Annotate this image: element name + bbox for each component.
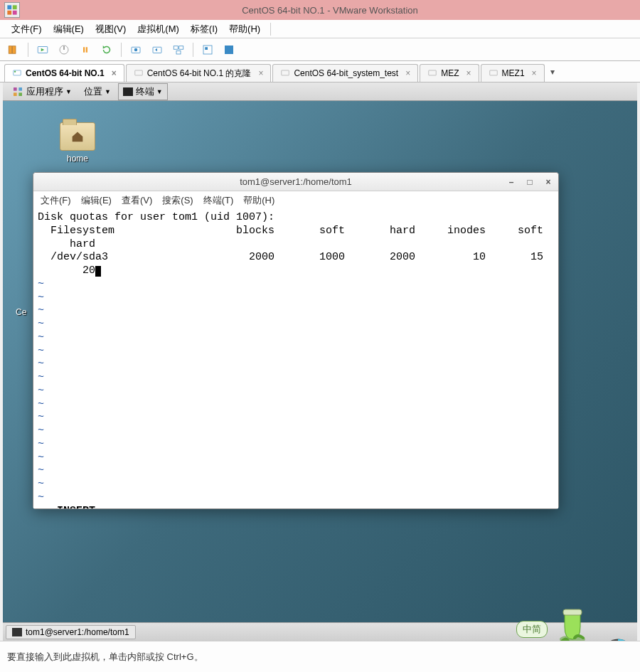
term-menu-search[interactable]: 搜索(S) bbox=[162, 194, 193, 207]
guest-viewport[interactable]: 应用程序▼ 位置▼ 终端▼ home Ce tom1@server1:/home… bbox=[3, 82, 637, 641]
vm-off-icon bbox=[489, 68, 498, 78]
svg-rect-25 bbox=[282, 70, 289, 75]
separator bbox=[121, 43, 122, 57]
vm-on-icon bbox=[12, 68, 22, 78]
menu-edit[interactable]: 编辑(E) bbox=[49, 21, 88, 38]
places-label: 位置 bbox=[84, 85, 102, 98]
term-menu-edit[interactable]: 编辑(E) bbox=[81, 194, 112, 207]
svg-rect-16 bbox=[174, 46, 178, 49]
guest-desktop[interactable]: home Ce tom1@server1:/home/tom1 – □ × 文件… bbox=[3, 101, 637, 622]
terminal-body[interactable]: Disk quotas for user tom1 (uid 1007): Fi… bbox=[33, 210, 558, 508]
close-icon[interactable]: × bbox=[543, 176, 554, 188]
running-terminal-label: 终端 bbox=[136, 85, 154, 98]
term-menu-file[interactable]: 文件(F) bbox=[41, 194, 71, 207]
term-tilde: ~ bbox=[38, 491, 44, 503]
app-icon bbox=[4, 2, 20, 18]
running-terminal-button[interactable]: 终端▼ bbox=[118, 83, 168, 100]
tab-vm-2[interactable]: CentOS 64-bit_system_test × bbox=[272, 64, 418, 82]
term-tilde: ~ bbox=[38, 358, 44, 370]
tab-vm-1[interactable]: CentOS 64-bit NO.1 的克隆 × bbox=[126, 64, 272, 82]
term-tilde: ~ bbox=[38, 371, 44, 383]
separator bbox=[270, 23, 271, 36]
svg-rect-4 bbox=[9, 46, 12, 53]
tab-vm-3[interactable]: MEZ × bbox=[420, 64, 479, 82]
apps-menu[interactable]: 应用程序▼ bbox=[7, 83, 77, 100]
term-tilde: ~ bbox=[38, 438, 44, 450]
minimize-icon[interactable]: – bbox=[506, 176, 517, 188]
terminal-menubar: 文件(F) 编辑(E) 查看(V) 搜索(S) 终端(T) 帮助(H) bbox=[33, 191, 558, 210]
svg-rect-11 bbox=[86, 47, 87, 53]
separator bbox=[28, 43, 28, 57]
guest-topbar: 应用程序▼ 位置▼ 终端▼ bbox=[3, 82, 637, 101]
menu-view[interactable]: 视图(V) bbox=[91, 21, 130, 38]
svg-rect-24 bbox=[134, 70, 142, 75]
tab-bar: CentOS 64-bit NO.1 × CentOS 64-bit NO.1 … bbox=[0, 61, 640, 82]
menu-tabs[interactable]: 标签(I) bbox=[186, 21, 222, 38]
tab-label: MEZ bbox=[441, 68, 459, 78]
suspend-icon[interactable] bbox=[76, 41, 95, 58]
term-tilde: ~ bbox=[38, 464, 44, 476]
term-tilde: ~ bbox=[38, 385, 44, 397]
tab-label: CentOS 64-bit_system_test bbox=[294, 68, 398, 78]
tab-close-icon[interactable]: × bbox=[258, 68, 263, 78]
terminal-titlebar[interactable]: tom1@server1:/home/tom1 – □ × bbox=[33, 173, 558, 191]
text-cursor bbox=[95, 266, 101, 277]
power-off-icon[interactable] bbox=[55, 41, 73, 58]
svg-rect-0 bbox=[7, 5, 11, 9]
svg-rect-17 bbox=[179, 46, 183, 49]
term-tilde: ~ bbox=[38, 318, 44, 330]
window-title: CentOS 64-bit NO.1 - VMware Workstation bbox=[20, 5, 640, 16]
svg-point-23 bbox=[14, 71, 16, 73]
term-tilde: ~ bbox=[38, 292, 44, 304]
fullscreen-icon[interactable] bbox=[220, 41, 238, 58]
term-tilde: ~ bbox=[38, 331, 44, 343]
unity-icon[interactable] bbox=[198, 41, 217, 58]
vm-off-icon bbox=[280, 68, 290, 78]
library-icon[interactable] bbox=[4, 41, 23, 58]
menu-file[interactable]: 文件(F) bbox=[7, 21, 46, 38]
term-tilde: ~ bbox=[38, 478, 44, 490]
host-menubar: 文件(F) 编辑(E) 视图(V) 虚拟机(M) 标签(I) 帮助(H) bbox=[0, 20, 640, 38]
snapshot-icon[interactable] bbox=[127, 41, 145, 58]
places-menu[interactable]: 位置▼ bbox=[79, 83, 116, 100]
menu-vm[interactable]: 虚拟机(M) bbox=[133, 21, 183, 38]
snapshot-revert-icon[interactable] bbox=[148, 41, 166, 58]
taskbar-item-label: tom1@server1:/home/tom1 bbox=[26, 627, 129, 637]
tab-close-icon[interactable]: × bbox=[112, 68, 117, 78]
term-menu-help[interactable]: 帮助(H) bbox=[243, 194, 274, 207]
terminal-window[interactable]: tom1@server1:/home/tom1 – □ × 文件(F) 编辑(E… bbox=[33, 172, 559, 509]
host-toolbar bbox=[0, 38, 640, 61]
snapshot-mgr-icon[interactable] bbox=[169, 41, 188, 58]
desktop-home-folder[interactable]: home bbox=[53, 122, 102, 164]
ime-badge[interactable]: 中简 bbox=[516, 621, 548, 638]
term-menu-terminal[interactable]: 终端(T) bbox=[203, 194, 234, 207]
tab-vm-0[interactable]: CentOS 64-bit NO.1 × bbox=[4, 64, 124, 82]
home-folder-icon bbox=[60, 122, 95, 151]
vm-off-icon bbox=[134, 68, 144, 78]
maximize-icon[interactable]: □ bbox=[524, 176, 535, 188]
tab-close-icon[interactable]: × bbox=[532, 68, 537, 78]
tab-close-icon[interactable]: × bbox=[466, 68, 471, 78]
vm-off-icon bbox=[427, 68, 437, 78]
taskbar-terminal-item[interactable]: tom1@server1:/home/tom1 bbox=[6, 625, 136, 639]
status-hint: 要直接输入到此虚拟机，单击内部或按 Ctrl+G。 bbox=[7, 651, 203, 663]
term-menu-view[interactable]: 查看(V) bbox=[122, 194, 152, 207]
separator bbox=[193, 43, 193, 57]
term-line-2: Filesystem blocks soft hard inodes soft bbox=[38, 225, 543, 237]
svg-rect-1 bbox=[13, 5, 17, 9]
menu-help[interactable]: 帮助(H) bbox=[225, 21, 265, 38]
svg-rect-28 bbox=[14, 87, 17, 91]
term-line-3: hard bbox=[38, 238, 95, 250]
term-tilde: ~ bbox=[38, 304, 44, 316]
restart-icon[interactable] bbox=[97, 41, 116, 58]
tab-close-icon[interactable]: × bbox=[405, 68, 410, 78]
term-tilde: ~ bbox=[38, 411, 44, 423]
svg-rect-5 bbox=[13, 46, 16, 53]
svg-rect-2 bbox=[7, 11, 11, 15]
host-statusbar: 要直接输入到此虚拟机，单击内部或按 Ctrl+G。 bbox=[0, 641, 640, 672]
partial-desktop-label: Ce bbox=[16, 307, 26, 317]
tab-overflow-icon[interactable]: ▾ bbox=[546, 61, 559, 82]
apps-label: 应用程序 bbox=[26, 85, 63, 98]
power-on-icon[interactable] bbox=[33, 41, 52, 58]
tab-vm-4[interactable]: MEZ1 × bbox=[481, 64, 545, 82]
